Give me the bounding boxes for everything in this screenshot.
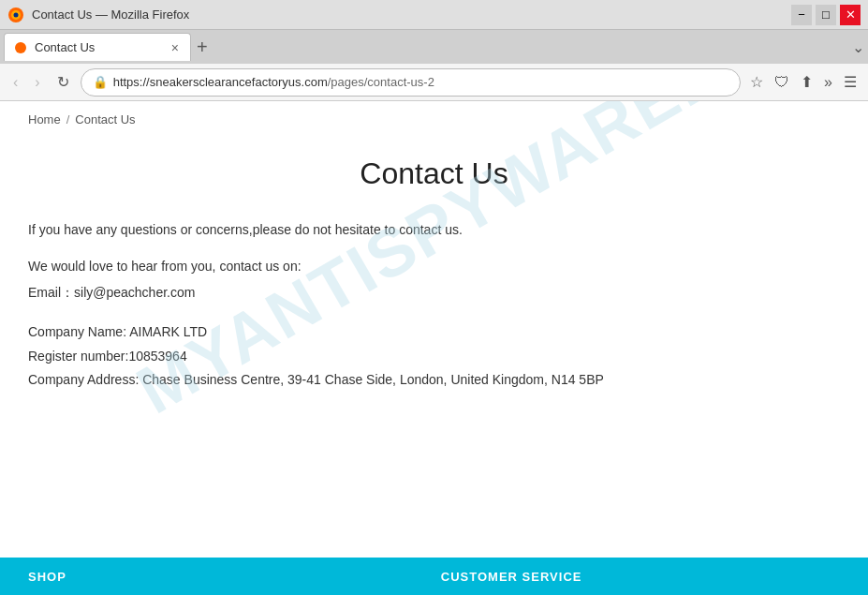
tab-title: Contact Us xyxy=(35,40,162,54)
company-info: Company Name: AIMARK LTD Register number… xyxy=(28,320,840,392)
window-title: Contact Us — Mozilla Firefox xyxy=(32,7,189,22)
url-text: https://sneakersclearancefactoryus.com/p… xyxy=(113,75,728,89)
bookmark-button[interactable]: ☆ xyxy=(746,69,767,95)
svg-point-3 xyxy=(15,42,26,53)
breadcrumb-separator: / xyxy=(66,112,70,126)
navigation-bar: ‹ › ↻ 🔒 https://sneakersclearancefactory… xyxy=(0,64,868,101)
url-scheme: https:// xyxy=(113,75,150,89)
address-label: Company Address: xyxy=(28,372,139,387)
tab-favicon xyxy=(14,41,27,54)
svg-point-2 xyxy=(14,12,19,17)
title-bar-left: Contact Us — Mozilla Firefox xyxy=(7,7,189,23)
company-name-line: Company Name: AIMARK LTD xyxy=(28,320,840,344)
close-button[interactable]: ✕ xyxy=(840,5,861,25)
window-controls: − □ ✕ xyxy=(791,5,861,25)
company-name-label: Company Name: xyxy=(28,324,126,339)
footer: SHOP CUSTOMER SERVICE xyxy=(0,558,868,595)
title-bar: Contact Us — Mozilla Firefox − □ ✕ xyxy=(0,0,868,30)
maximize-button[interactable]: □ xyxy=(816,5,836,25)
tab-list-button[interactable]: ⌄ xyxy=(852,38,864,56)
new-tab-button[interactable]: + xyxy=(197,37,208,56)
url-domain: sneakersclearancefactoryus.com xyxy=(150,75,328,89)
email-line: Email：sily@peachcher.com xyxy=(28,285,840,302)
breadcrumb-current: Contact Us xyxy=(75,112,135,126)
intro-text: If you have any questions or concerns,pl… xyxy=(28,219,840,240)
minimize-button[interactable]: − xyxy=(791,5,812,25)
page-content: Contact Us If you have any questions or … xyxy=(0,138,868,429)
tab-close-button[interactable]: × xyxy=(169,40,181,55)
active-tab[interactable]: Contact Us × xyxy=(4,33,191,61)
register-line: Register number:10853964 xyxy=(28,345,840,368)
share-button[interactable]: ⬆ xyxy=(797,69,817,95)
back-button[interactable]: ‹ xyxy=(7,70,23,95)
shield-button[interactable]: 🛡 xyxy=(771,69,793,95)
url-path: /pages/contact-us-2 xyxy=(328,75,434,89)
nav-actions: ☆ 🛡 ⬆ » ☰ xyxy=(746,69,861,95)
tab-bar: Contact Us × + ⌄ xyxy=(0,30,868,64)
register-value: 10853964 xyxy=(128,349,186,364)
browser-content: MYANTISPYWARE.COM Home / Contact Us Cont… xyxy=(0,101,868,558)
reload-button[interactable]: ↻ xyxy=(51,69,75,95)
company-name-value: AIMARK LTD xyxy=(129,324,207,339)
more-tools-button[interactable]: » xyxy=(820,69,836,95)
address-value: Chase Business Centre, 39-41 Chase Side,… xyxy=(142,372,604,387)
footer-customer-service[interactable]: CUSTOMER SERVICE xyxy=(441,570,582,584)
breadcrumb-home[interactable]: Home xyxy=(28,112,61,126)
breadcrumb: Home / Contact Us xyxy=(0,101,868,138)
page-title: Contact Us xyxy=(28,156,840,191)
firefox-icon xyxy=(7,7,24,23)
tab-bar-right: ⌄ xyxy=(852,38,864,56)
forward-button[interactable]: › xyxy=(29,70,45,95)
register-label: Register number: xyxy=(28,349,128,364)
menu-button[interactable]: ☰ xyxy=(840,69,861,95)
contact-prompt: We would love to hear from you, contact … xyxy=(28,259,840,274)
email-value: sily@peachcher.com xyxy=(74,285,195,300)
security-lock-icon: 🔒 xyxy=(93,75,108,89)
email-label: Email： xyxy=(28,285,74,300)
footer-shop[interactable]: SHOP xyxy=(28,570,66,584)
address-line: Company Address: Chase Business Centre, … xyxy=(28,368,840,392)
url-bar[interactable]: 🔒 https://sneakersclearancefactoryus.com… xyxy=(81,68,741,97)
